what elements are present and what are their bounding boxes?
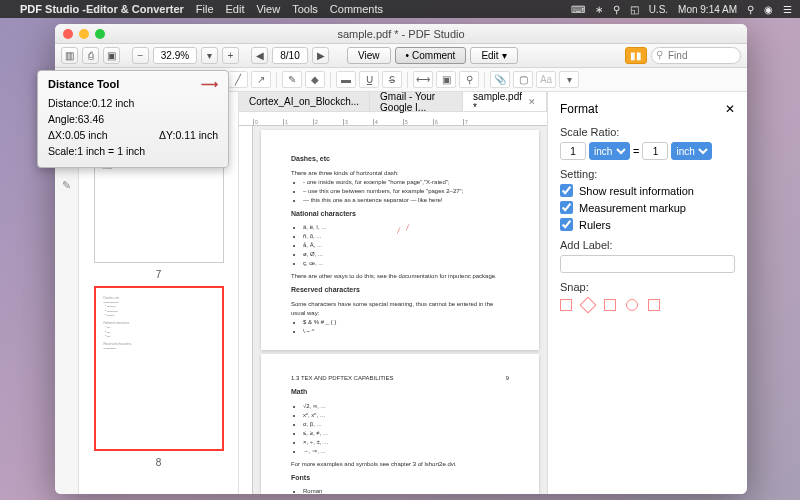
eraser-tool-button[interactable]: ◆	[305, 71, 325, 88]
snap-intersect[interactable]	[604, 299, 616, 311]
save-button[interactable]: ▣	[103, 47, 120, 64]
doc-tab-1[interactable]: Gmail - Your Google I...	[370, 92, 463, 111]
more-button[interactable]: ▾	[559, 71, 579, 88]
doc-tab-2[interactable]: sample.pdf *✕	[463, 92, 547, 111]
attach-tool-button[interactable]: 📎	[490, 71, 510, 88]
menu-tools[interactable]: Tools	[292, 3, 318, 15]
input-icon[interactable]: ⌨	[571, 4, 585, 15]
line-tool-button[interactable]: ╱	[228, 71, 248, 88]
snap-perp[interactable]	[648, 299, 660, 311]
signatures-tab[interactable]: ✎	[58, 176, 76, 194]
format-panel: Format✕ Scale Ratio: inch = inch Setting…	[547, 92, 747, 494]
next-page-button[interactable]: ▶	[312, 47, 329, 64]
app-name: PDF Studio -Editor & Converter	[20, 3, 184, 15]
heading-fonts: Fonts	[291, 473, 509, 484]
snap-endpoint[interactable]	[560, 299, 572, 311]
scale-unit2[interactable]: inch	[671, 142, 712, 160]
main-toolbar: ▥ ⎙ ▣ − ▾ + ◀ ▶ View • Comment Edit ▾ ▮▮…	[55, 44, 747, 68]
thumbnail-label-7: 7	[85, 269, 232, 280]
zoom-field[interactable]	[153, 47, 197, 64]
snap-center[interactable]	[626, 299, 638, 311]
page-field[interactable]	[272, 47, 308, 64]
spotlight-icon[interactable]: ⚲	[747, 4, 754, 15]
highlight-tool-button[interactable]: ▬	[336, 71, 356, 88]
heading-math: Math	[291, 387, 509, 398]
sidebar-toggle-button[interactable]: ▥	[61, 47, 78, 64]
distance-tool-tooltip: Distance Tool⟶ Distance:0.12 inch Angle:…	[37, 70, 229, 168]
chk-show-result[interactable]	[560, 184, 573, 197]
callout-tool-button[interactable]: ▢	[513, 71, 533, 88]
document-tabs: Cortex_AI_on_Blockch... Gmail - Your Goo…	[239, 92, 547, 112]
close-panel-icon[interactable]: ✕	[725, 102, 735, 116]
snap-midpoint[interactable]	[580, 297, 597, 314]
thumbnail-label-8: 8	[85, 457, 232, 468]
stamp-tool-button[interactable]: ▣	[436, 71, 456, 88]
doc-tab-0[interactable]: Cortex_AI_on_Blockch...	[239, 92, 370, 111]
menu-comments[interactable]: Comments	[330, 3, 383, 15]
scale-ratio-label: Scale Ratio:	[560, 126, 735, 138]
tooltip-title: Distance Tool	[48, 78, 119, 90]
zoom-in-button[interactable]: +	[222, 47, 239, 64]
arrow-icon: ⟶	[201, 77, 218, 91]
zoom-out-button[interactable]: −	[132, 47, 149, 64]
mode-view-button[interactable]: View	[347, 47, 391, 64]
flag-icon[interactable]: U.S.	[649, 4, 668, 15]
wifi-icon[interactable]: ⚲	[613, 4, 620, 15]
textsize-button[interactable]: Aa	[536, 71, 556, 88]
clock[interactable]: Mon 9:14 AM	[678, 4, 737, 15]
underline-tool-button[interactable]: U̲	[359, 71, 379, 88]
menu-view[interactable]: View	[256, 3, 280, 15]
close-tab-icon[interactable]: ✕	[528, 97, 536, 107]
page-9[interactable]: 1.3 TEX AND PDFTEX CAPABILITIES9 Math √2…	[261, 354, 539, 494]
window-title: sample.pdf * - PDF Studio	[55, 28, 747, 40]
mode-edit-button[interactable]: Edit ▾	[470, 47, 517, 64]
zoom-dropdown[interactable]: ▾	[201, 47, 218, 64]
menu-file[interactable]: File	[196, 3, 214, 15]
format-title: Format	[560, 102, 598, 116]
mode-comment-button[interactable]: • Comment	[395, 47, 467, 64]
panel-toggle-button[interactable]: ▮▮	[625, 47, 647, 64]
heading-reserved: Reserved characters	[291, 285, 509, 296]
print-button[interactable]: ⎙	[82, 47, 99, 64]
chk-rulers[interactable]	[560, 218, 573, 231]
battery-icon[interactable]: ◱	[630, 4, 639, 15]
strikeout-tool-button[interactable]: S̶	[382, 71, 402, 88]
add-label-label: Add Label:	[560, 239, 735, 251]
titlebar: sample.pdf * - PDF Studio	[55, 24, 747, 44]
thumbnail-page-8[interactable]: Dashes, etc▪▪▪▪▪▪▪▪▪▪▪▪▪▪ • ▪▪▪▪▪▪▪▪ • ▪…	[94, 286, 224, 451]
scale-unit1[interactable]: inch	[589, 142, 630, 160]
prev-page-button[interactable]: ◀	[251, 47, 268, 64]
ruler-horizontal: 01234567	[239, 112, 547, 126]
macos-menubar: PDF Studio -Editor & Converter File Edit…	[0, 0, 800, 18]
heading-national: National characters	[291, 209, 509, 220]
setting-label: Setting:	[560, 168, 735, 180]
heading-dashes: Dashes, etc	[291, 154, 509, 165]
arrow-tool-button[interactable]: ↗	[251, 71, 271, 88]
siri-icon[interactable]: ◉	[764, 4, 773, 15]
find-field[interactable]	[651, 47, 741, 64]
scale-val1[interactable]	[560, 142, 586, 160]
snap-label: Snap:	[560, 281, 735, 293]
search-icon: ⚲	[656, 49, 663, 60]
pin-tool-button[interactable]: ⚲	[459, 71, 479, 88]
pencil-tool-button[interactable]: ✎	[282, 71, 302, 88]
ruler-vertical	[239, 126, 253, 494]
measure-tool-button[interactable]: ⟷	[413, 71, 433, 88]
page-8[interactable]: Dashes, etc There are three kinds of hor…	[261, 130, 539, 350]
document-area: Cortex_AI_on_Blockch... Gmail - Your Goo…	[239, 92, 547, 494]
menu-edit[interactable]: Edit	[226, 3, 245, 15]
scale-val2[interactable]	[642, 142, 668, 160]
notif-icon[interactable]: ☰	[783, 4, 792, 15]
bluetooth-icon[interactable]: ∗	[595, 4, 603, 15]
chk-markup[interactable]	[560, 201, 573, 214]
add-label-field[interactable]	[560, 255, 735, 273]
